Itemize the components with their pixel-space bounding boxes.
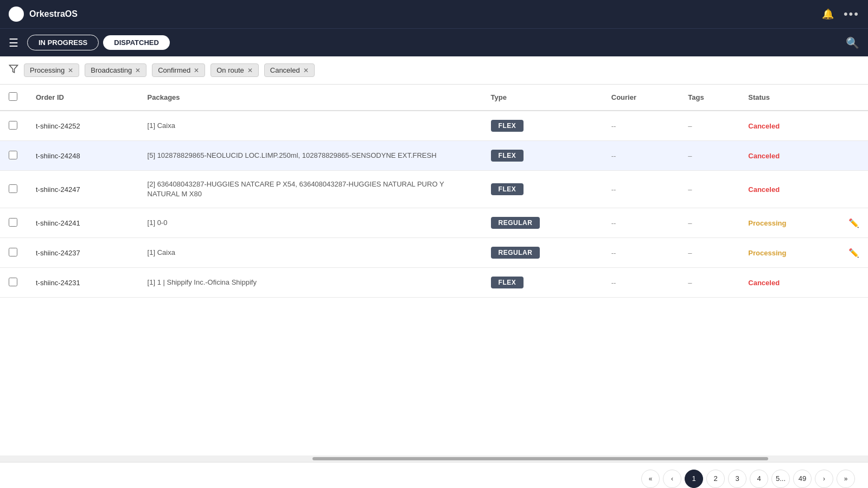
filter-tag-confirmed-close[interactable]: ✕ [194,67,199,74]
tags-cell: – [679,141,739,171]
status-badge: Processing [748,249,786,257]
status-cell: Canceled [739,141,840,171]
select-all-checkbox[interactable] [9,92,17,101]
filter-tag-on-route-close[interactable]: ✕ [247,67,253,74]
edit-cell-empty [840,171,868,208]
header-order-id: Order ID [27,85,139,111]
row-checkbox[interactable] [9,151,17,159]
next-page-button[interactable]: › [815,470,833,488]
prev-page-button[interactable]: ‹ [663,470,681,488]
packages-cell: [1] 1 | Shippify Inc.-Oficina Shippify [139,268,482,298]
row-checkbox[interactable] [9,248,17,256]
sub-navigation: ☰ IN PROGRESS DISPATCHED 🔍 [0,28,868,56]
type-cell: REGULAR [482,208,603,238]
more-icon[interactable]: ••• [844,7,859,21]
table-row: t-shiinc-24252 [1] Caixa FLEX -- – Cance… [0,111,868,141]
tags-cell: – [679,268,739,298]
tags-cell: – [679,238,739,268]
bell-icon[interactable]: 🔔 [822,8,834,20]
header-actions [840,85,868,111]
status-cell: Canceled [739,171,840,208]
status-badge: Canceled [748,279,780,287]
app-title: OrkestraOS [29,9,78,19]
type-badge: REGULAR [491,247,540,259]
page-1-button[interactable]: 1 [685,470,703,488]
tags-cell: – [679,208,739,238]
svg-marker-2 [10,65,18,73]
type-badge: FLEX [491,277,524,288]
status-badge: Canceled [748,152,780,160]
courier-cell: -- [603,238,680,268]
table-row: t-shiinc-24247 [2] 636408043287-HUGGIES … [0,171,868,208]
row-checkbox-cell[interactable] [0,171,27,208]
page-ellipsis-button[interactable]: 5... [771,470,790,488]
header-status: Status [739,85,840,111]
row-checkbox-cell[interactable] [0,268,27,298]
edit-icon[interactable]: ✏️ [848,219,859,228]
row-checkbox-cell[interactable] [0,208,27,238]
status-cell: Canceled [739,268,840,298]
orders-table: Order ID Packages Type Courier Tags Stat… [0,85,868,298]
courier-cell: -- [603,141,680,171]
row-checkbox-cell[interactable] [0,111,27,141]
type-cell: FLEX [482,141,603,171]
horizontal-scrollbar[interactable] [0,455,868,462]
tags-cell: – [679,111,739,141]
filter-tag-canceled[interactable]: Canceled ✕ [264,63,315,77]
menu-icon[interactable]: ☰ [9,36,18,49]
filter-tag-processing-close[interactable]: ✕ [68,67,73,74]
header-courier: Courier [603,85,680,111]
filter-bar: Processing ✕ Broadcasting ✕ Confirmed ✕ … [0,56,868,85]
page-49-button[interactable]: 49 [793,470,812,488]
app-logo [9,7,24,22]
type-badge: FLEX [491,183,524,195]
type-cell: FLEX [482,171,603,208]
row-checkbox-cell[interactable] [0,141,27,171]
header-type: Type [482,85,603,111]
orders-table-container: Order ID Packages Type Courier Tags Stat… [0,85,868,455]
filter-tag-on-route[interactable]: On route ✕ [210,63,259,77]
order-id-cell: t-shiinc-24252 [27,111,139,141]
header-tags: Tags [679,85,739,111]
top-nav-right: 🔔 ••• [822,7,859,21]
courier-cell: -- [603,208,680,238]
row-checkbox[interactable] [9,121,17,130]
page-2-button[interactable]: 2 [706,470,725,488]
filter-tag-processing[interactable]: Processing ✕ [24,63,79,77]
tab-in-progress[interactable]: IN PROGRESS [27,35,99,50]
filter-tag-broadcasting[interactable]: Broadcasting ✕ [85,63,146,77]
type-badge: FLEX [491,120,524,132]
last-page-button[interactable]: » [837,470,855,488]
filter-icon[interactable] [9,64,18,76]
type-cell: FLEX [482,268,603,298]
scroll-thumb[interactable] [312,457,768,460]
row-checkbox[interactable] [9,278,17,286]
page-4-button[interactable]: 4 [750,470,768,488]
row-checkbox-cell[interactable] [0,238,27,268]
filter-tag-processing-label: Processing [30,66,65,74]
edit-cell[interactable]: ✏️ [840,238,868,268]
filter-tag-confirmed[interactable]: Confirmed ✕ [152,63,205,77]
first-page-button[interactable]: « [641,470,660,488]
packages-cell: [5] 102878829865-NEOLUCID LOC.LIMP.250ml… [139,141,482,171]
edit-icon[interactable]: ✏️ [848,248,859,258]
status-cell: Processing [739,238,840,268]
order-id-cell: t-shiinc-24248 [27,141,139,171]
edit-cell-empty [840,268,868,298]
sub-nav-left: ☰ IN PROGRESS DISPATCHED [9,35,170,50]
search-icon[interactable]: 🔍 [846,36,859,49]
packages-cell: [1] Caixa [139,238,482,268]
type-cell: REGULAR [482,238,603,268]
filter-tag-broadcasting-close[interactable]: ✕ [135,67,141,74]
page-3-button[interactable]: 3 [728,470,746,488]
status-cell: Processing [739,208,840,238]
row-checkbox[interactable] [9,218,17,227]
filter-tag-canceled-close[interactable]: ✕ [303,67,309,74]
edit-cell[interactable]: ✏️ [840,208,868,238]
packages-cell: [1] Caixa [139,111,482,141]
row-checkbox[interactable] [9,184,17,193]
filter-tag-on-route-label: On route [216,66,244,74]
tab-dispatched[interactable]: DISPATCHED [103,35,170,50]
top-nav-left: OrkestraOS [9,7,78,22]
type-badge: FLEX [491,150,524,162]
